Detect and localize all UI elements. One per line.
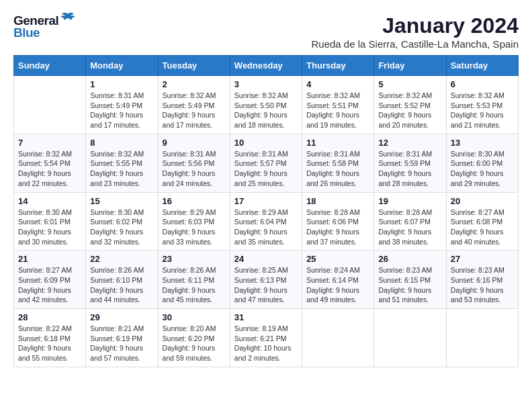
day-cell: 19Sunrise: 8:28 AMSunset: 6:07 PMDayligh… [374, 192, 446, 250]
week-row-4: 21Sunrise: 8:27 AMSunset: 6:09 PMDayligh… [14, 250, 519, 309]
day-number: 17 [234, 196, 298, 206]
day-cell: 5Sunrise: 8:32 AMSunset: 5:52 PMDaylight… [374, 76, 446, 134]
day-info: Sunrise: 8:29 AMSunset: 6:03 PMDaylight:… [163, 208, 226, 247]
day-info: Sunrise: 8:22 AMSunset: 6:18 PMDaylight:… [18, 324, 81, 363]
day-number: 28 [18, 312, 81, 322]
day-cell: 13Sunrise: 8:30 AMSunset: 6:00 PMDayligh… [446, 134, 518, 192]
day-number: 25 [306, 254, 369, 264]
week-row-5: 28Sunrise: 8:22 AMSunset: 6:18 PMDayligh… [14, 309, 519, 367]
day-cell: 31Sunrise: 8:19 AMSunset: 6:21 PMDayligh… [230, 309, 302, 367]
week-row-1: 1Sunrise: 8:31 AMSunset: 5:49 PMDaylight… [14, 76, 519, 134]
day-info: Sunrise: 8:19 AMSunset: 6:21 PMDaylight:… [234, 324, 298, 363]
title-section: January 2024 Rueda de la Sierra, Castill… [311, 13, 519, 50]
day-number: 5 [378, 79, 441, 89]
day-info: Sunrise: 8:26 AMSunset: 6:11 PMDaylight:… [163, 265, 226, 305]
day-cell: 30Sunrise: 8:20 AMSunset: 6:20 PMDayligh… [158, 309, 230, 367]
day-number: 30 [163, 312, 226, 322]
column-header-tuesday: Tuesday [158, 56, 230, 76]
day-number: 6 [451, 79, 514, 89]
day-number: 8 [90, 138, 153, 148]
day-number: 26 [378, 254, 441, 264]
day-info: Sunrise: 8:31 AMSunset: 5:59 PMDaylight:… [378, 149, 441, 189]
day-number: 4 [306, 79, 369, 89]
day-cell: 25Sunrise: 8:24 AMSunset: 6:14 PMDayligh… [302, 250, 374, 309]
day-number: 19 [378, 196, 441, 206]
day-info: Sunrise: 8:31 AMSunset: 5:58 PMDaylight:… [306, 149, 369, 189]
calendar-header-row: SundayMondayTuesdayWednesdayThursdayFrid… [14, 56, 519, 76]
day-info: Sunrise: 8:21 AMSunset: 6:19 PMDaylight:… [90, 324, 153, 363]
day-number: 13 [451, 138, 514, 148]
day-cell: 26Sunrise: 8:23 AMSunset: 6:15 PMDayligh… [374, 250, 446, 309]
page-header: General Blue January 2024 Rueda de la Si… [13, 13, 519, 50]
day-number: 31 [234, 312, 298, 322]
day-cell [374, 309, 446, 367]
day-cell: 18Sunrise: 8:28 AMSunset: 6:06 PMDayligh… [302, 192, 374, 250]
day-number: 22 [90, 254, 153, 264]
day-number: 10 [234, 138, 298, 148]
day-number: 15 [90, 196, 153, 206]
column-header-wednesday: Wednesday [230, 56, 302, 76]
day-cell: 23Sunrise: 8:26 AMSunset: 6:11 PMDayligh… [158, 250, 230, 309]
day-cell [14, 76, 86, 134]
day-info: Sunrise: 8:31 AMSunset: 5:57 PMDaylight:… [234, 149, 298, 189]
day-info: Sunrise: 8:28 AMSunset: 6:07 PMDaylight:… [378, 208, 441, 247]
day-cell: 20Sunrise: 8:27 AMSunset: 6:08 PMDayligh… [446, 192, 518, 250]
day-info: Sunrise: 8:31 AMSunset: 5:49 PMDaylight:… [90, 91, 153, 130]
week-row-2: 7Sunrise: 8:32 AMSunset: 5:54 PMDaylight… [14, 134, 519, 192]
column-header-friday: Friday [374, 56, 446, 76]
logo: General Blue [13, 13, 75, 40]
day-number: 29 [90, 312, 153, 322]
day-info: Sunrise: 8:32 AMSunset: 5:50 PMDaylight:… [234, 91, 298, 130]
day-number: 20 [451, 196, 514, 206]
day-number: 27 [451, 254, 514, 264]
day-number: 14 [18, 196, 81, 206]
day-cell [446, 309, 518, 367]
day-cell: 24Sunrise: 8:25 AMSunset: 6:13 PMDayligh… [230, 250, 302, 309]
day-cell: 8Sunrise: 8:32 AMSunset: 5:55 PMDaylight… [86, 134, 158, 192]
day-info: Sunrise: 8:30 AMSunset: 6:00 PMDaylight:… [451, 149, 514, 189]
day-cell: 28Sunrise: 8:22 AMSunset: 6:18 PMDayligh… [14, 309, 86, 367]
day-info: Sunrise: 8:23 AMSunset: 6:15 PMDaylight:… [378, 265, 441, 305]
day-cell: 12Sunrise: 8:31 AMSunset: 5:59 PMDayligh… [374, 134, 446, 192]
day-info: Sunrise: 8:30 AMSunset: 6:02 PMDaylight:… [90, 208, 153, 247]
day-number: 7 [18, 138, 81, 148]
day-cell: 17Sunrise: 8:29 AMSunset: 6:04 PMDayligh… [230, 192, 302, 250]
day-cell: 3Sunrise: 8:32 AMSunset: 5:50 PMDaylight… [230, 76, 302, 134]
day-cell: 22Sunrise: 8:26 AMSunset: 6:10 PMDayligh… [86, 250, 158, 309]
day-number: 12 [378, 138, 441, 148]
day-info: Sunrise: 8:26 AMSunset: 6:10 PMDaylight:… [90, 265, 153, 305]
day-number: 11 [306, 138, 369, 148]
day-number: 18 [306, 196, 369, 206]
day-cell: 9Sunrise: 8:31 AMSunset: 5:56 PMDaylight… [158, 134, 230, 192]
day-number: 2 [163, 79, 226, 89]
day-info: Sunrise: 8:24 AMSunset: 6:14 PMDaylight:… [306, 265, 369, 305]
day-cell: 1Sunrise: 8:31 AMSunset: 5:49 PMDaylight… [86, 76, 158, 134]
day-cell: 21Sunrise: 8:27 AMSunset: 6:09 PMDayligh… [14, 250, 86, 309]
day-info: Sunrise: 8:30 AMSunset: 6:01 PMDaylight:… [18, 208, 81, 247]
day-cell: 27Sunrise: 8:23 AMSunset: 6:16 PMDayligh… [446, 250, 518, 309]
day-number: 16 [163, 196, 226, 206]
day-info: Sunrise: 8:25 AMSunset: 6:13 PMDaylight:… [234, 265, 298, 305]
column-header-saturday: Saturday [446, 56, 518, 76]
day-info: Sunrise: 8:31 AMSunset: 5:56 PMDaylight:… [163, 149, 226, 189]
day-info: Sunrise: 8:20 AMSunset: 6:20 PMDaylight:… [163, 324, 226, 363]
calendar-title: January 2024 [311, 13, 519, 38]
day-cell: 14Sunrise: 8:30 AMSunset: 6:01 PMDayligh… [14, 192, 86, 250]
column-header-sunday: Sunday [14, 56, 86, 76]
day-info: Sunrise: 8:28 AMSunset: 6:06 PMDaylight:… [306, 208, 369, 247]
day-info: Sunrise: 8:29 AMSunset: 6:04 PMDaylight:… [234, 208, 298, 247]
day-cell: 10Sunrise: 8:31 AMSunset: 5:57 PMDayligh… [230, 134, 302, 192]
day-cell: 16Sunrise: 8:29 AMSunset: 6:03 PMDayligh… [158, 192, 230, 250]
day-cell [302, 309, 374, 367]
day-cell: 11Sunrise: 8:31 AMSunset: 5:58 PMDayligh… [302, 134, 374, 192]
day-info: Sunrise: 8:32 AMSunset: 5:52 PMDaylight:… [378, 91, 441, 130]
calendar-subtitle: Rueda de la Sierra, Castille-La Mancha, … [311, 38, 519, 50]
day-number: 1 [90, 79, 153, 89]
day-cell: 15Sunrise: 8:30 AMSunset: 6:02 PMDayligh… [86, 192, 158, 250]
column-header-thursday: Thursday [302, 56, 374, 76]
logo-blue: Blue [13, 26, 40, 40]
day-number: 24 [234, 254, 298, 264]
day-info: Sunrise: 8:32 AMSunset: 5:51 PMDaylight:… [306, 91, 369, 130]
day-cell: 29Sunrise: 8:21 AMSunset: 6:19 PMDayligh… [86, 309, 158, 367]
day-info: Sunrise: 8:32 AMSunset: 5:55 PMDaylight:… [90, 149, 153, 189]
